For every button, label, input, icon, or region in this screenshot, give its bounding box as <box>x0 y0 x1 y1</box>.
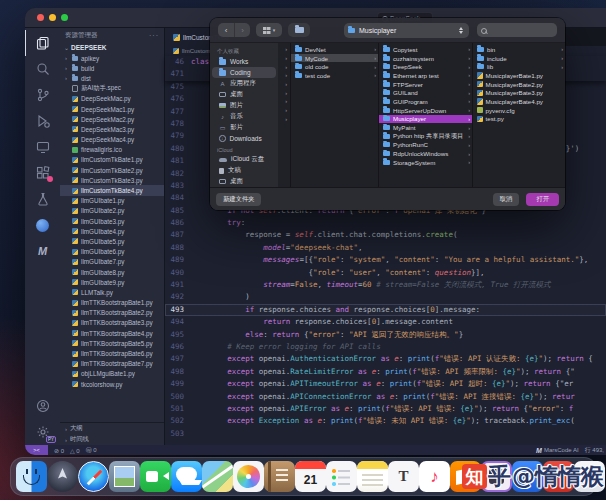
dialog-file-item[interactable]: MusicplayerBate2.py <box>473 80 565 89</box>
safari-dock-icon[interactable] <box>78 461 109 492</box>
activity-bar-settings-icon[interactable]: PY <box>25 419 60 445</box>
activity-bar-testing-icon[interactable] <box>25 186 60 212</box>
dialog-file-item[interactable]: old code› <box>291 62 378 71</box>
explorer-file-row[interactable]: tkcolorshow.py <box>60 379 164 389</box>
finder-dock-icon[interactable] <box>16 461 47 492</box>
explorer-menu-icon[interactable]: ··· <box>149 32 159 39</box>
explorer-file-row[interactable]: LLMTalk.py <box>60 287 164 297</box>
favorite-item[interactable]: ♪音乐 <box>212 111 276 122</box>
cancel-button[interactable]: 取消 <box>493 193 520 206</box>
explorer-file-row[interactable]: DeepSeekMac.py <box>60 94 164 104</box>
explorer-file-row[interactable]: llmCustomTkBate2.py <box>60 165 164 175</box>
dialog-file-item[interactable]: MyPaint› <box>379 123 472 132</box>
view-mode-button[interactable]: ▾ <box>256 23 282 37</box>
explorer-file-row[interactable]: llmGUIbate3.py <box>60 216 164 226</box>
dialog-file-item[interactable]: cuzhainsystem› <box>379 54 472 63</box>
dialog-file-item[interactable]: HttpServerUpDown› <box>379 106 472 115</box>
code-line[interactable]: 486 try: <box>165 217 606 229</box>
favorite-item[interactable]: Works <box>212 56 276 67</box>
sidebar-section-时间线[interactable]: ›时间线 <box>60 434 164 445</box>
activity-bar-source-control-icon[interactable] <box>25 82 60 108</box>
new-folder-button[interactable]: 新建文件夹 <box>216 193 261 206</box>
code-line[interactable]: 498 except openai.RateLimitError as e: p… <box>165 366 606 378</box>
photos-dock-icon[interactable] <box>233 461 264 492</box>
code-line[interactable]: 489 messages=[{"role": "system", "conten… <box>165 254 606 266</box>
code-line[interactable]: 492 ) <box>165 291 606 303</box>
dialog-file-item[interactable]: Python http 共享目录项目› <box>379 132 472 141</box>
favorite-item[interactable]: Coding <box>212 67 276 78</box>
code-line[interactable]: 500 except openai.APIConnectionError as … <box>165 391 606 403</box>
explorer-file-row[interactable]: ›build <box>60 63 164 73</box>
activity-bar-extensions-icon[interactable] <box>25 160 60 186</box>
ports-indicator[interactable]: Ⓦ 0 <box>86 446 97 455</box>
dialog-file-item[interactable]: pyvenv.cfg <box>473 106 565 115</box>
zoom-button[interactable] <box>61 14 68 21</box>
code-line[interactable]: 499 except openai.APITimeoutError as e: … <box>165 378 606 390</box>
code-line[interactable]: 491 stream=False, timeout=60 # stream=Fa… <box>165 279 606 291</box>
favorite-item[interactable]: 图片 <box>212 100 276 111</box>
activity-bar-account-icon[interactable] <box>25 393 60 419</box>
dialog-file-item[interactable]: PythonRunC› <box>379 141 472 150</box>
minimize-button[interactable] <box>49 14 56 21</box>
explorer-file-row[interactable]: 新AI助手.spec <box>60 84 164 94</box>
favorite-item[interactable]: A应用程序 <box>212 78 276 89</box>
code-line[interactable]: 488 model="deepseek-chat", <box>165 242 606 254</box>
code-line[interactable]: 494 return response.choices[0].message.c… <box>165 316 606 328</box>
dialog-file-item[interactable]: Musicplayer› <box>379 115 472 124</box>
open-button[interactable]: 打开 <box>526 193 559 206</box>
explorer-file-row[interactable]: DeepSeekMac1.py <box>60 104 164 114</box>
activity-bar-marscode-icon[interactable]: M <box>25 238 60 264</box>
explorer-file-row[interactable]: llmGUIbate1.py <box>60 196 164 206</box>
dialog-file-item[interactable]: DevNet› <box>291 45 378 54</box>
explorer-file-row[interactable]: DeepSeekMac2.py <box>60 114 164 124</box>
music-dock-icon[interactable] <box>419 461 450 492</box>
favorite-item[interactable]: iCloud 云盘 <box>212 154 276 165</box>
dialog-file-item[interactable]: MusicplayerBate3.py <box>473 88 565 97</box>
dialog-file-item[interactable]: RdpUnlockWindows› <box>379 149 472 158</box>
explorer-file-row[interactable]: llmCustomTkBate1.py <box>60 155 164 165</box>
code-line[interactable]: 493 if response.choices and response.cho… <box>165 304 606 316</box>
favorite-item[interactable]: 文稿 <box>212 165 276 176</box>
explorer-file-row[interactable]: llmCustomTkBate3.py <box>60 175 164 185</box>
explorer-file-row[interactable]: DeepSeekMac3.py <box>60 124 164 134</box>
remote-indicator[interactable]: >< <box>25 445 48 455</box>
explorer-file-row[interactable]: llmGUIbate2.py <box>60 206 164 216</box>
code-line[interactable]: 487 response = self.client.chat.completi… <box>165 229 606 241</box>
activity-bar-debug-icon[interactable] <box>25 108 60 134</box>
dialog-file-item[interactable]: MusicplayerBate1.py <box>473 71 565 80</box>
code-line[interactable]: 497 except openai.AuthenticationError as… <box>165 353 606 365</box>
dialog-file-item[interactable]: include› <box>473 54 565 63</box>
explorer-file-row[interactable]: DeepSeekMac4.py <box>60 135 164 145</box>
explorer-file-row[interactable]: llmTTKBootstrapBate4.py <box>60 328 164 338</box>
cursor-position[interactable]: 行 493, <box>585 446 604 455</box>
explorer-file-row[interactable]: ›apikey <box>60 53 164 63</box>
dialog-file-item[interactable]: MyCode› <box>291 54 378 63</box>
dialog-file-item[interactable]: GUIProgram› <box>379 97 472 106</box>
explorer-file-row[interactable]: llmTTKBootstrapBate5.py <box>60 338 164 348</box>
dialog-file-item[interactable]: StorageSystem› <box>379 158 472 167</box>
explorer-file-row[interactable]: llmTTKBootstrapBate2.py <box>60 308 164 318</box>
calendar-dock-icon[interactable] <box>295 461 326 492</box>
explorer-file-row[interactable]: objLLMguiBate1.py <box>60 369 164 379</box>
marscode-ai-status[interactable]: M MarsCode AI <box>536 447 579 454</box>
activity-bar-python-ext-icon[interactable] <box>25 212 60 238</box>
explorer-file-row[interactable]: ›dist <box>60 73 164 83</box>
code-line[interactable]: 495 else: return {"error": "API 返回了无效的响应… <box>165 329 606 341</box>
activity-bar-search-icon[interactable] <box>25 56 60 82</box>
code-line[interactable]: 501 except openai.APIError as e: print(f… <box>165 403 606 415</box>
textedit-dock-icon[interactable] <box>388 461 419 492</box>
explorer-file-row[interactable]: llmTTKBootstrapBate6.py <box>60 348 164 358</box>
dialog-file-item[interactable]: test code› <box>291 71 378 80</box>
explorer-file-row[interactable]: llmTTKBootstrapBate3.py <box>60 318 164 328</box>
facetime-dock-icon[interactable] <box>140 461 171 492</box>
activity-bar-remote-monitor-icon[interactable] <box>25 134 60 160</box>
folder-action-button[interactable] <box>288 23 310 37</box>
dialog-file-item[interactable]: Ethernet arp test› <box>379 71 472 80</box>
code-line[interactable]: 502 except Exception as e: print(f"错误: 未… <box>165 415 606 427</box>
mail-dock-icon[interactable] <box>109 461 140 492</box>
explorer-file-row[interactable]: llmGUIbate6.py <box>60 247 164 257</box>
sidebar-section-大纲[interactable]: ›大纲 <box>60 423 164 434</box>
problems-errors[interactable]: ⊘ 0 <box>54 447 64 454</box>
problems-warnings[interactable]: △ 0 <box>70 447 80 454</box>
explorer-root-folder[interactable]: ⌄ DEEPSEEK <box>60 42 164 53</box>
